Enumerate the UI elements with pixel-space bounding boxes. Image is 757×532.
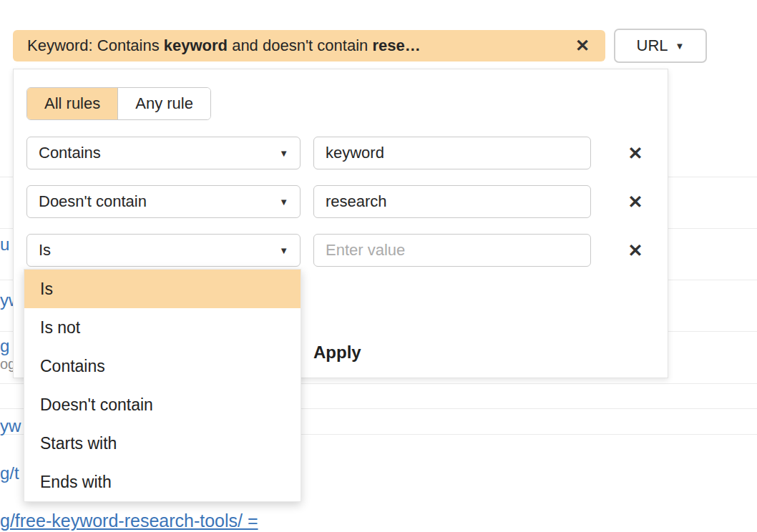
apply-button[interactable]: Apply [313,343,361,363]
rule-value-input[interactable] [313,185,591,218]
chip-text-bold: keyword [164,36,228,54]
menu-option-is-not[interactable]: Is not [24,308,301,347]
operator-select-value: Contains [39,144,101,162]
menu-option-ends-with[interactable]: Ends with [24,463,301,501]
rule-row: Is ▼ ✕ [14,234,668,267]
filter-chip-text: Keyword: Contains keyword and doesn't co… [27,36,421,55]
close-icon[interactable]: ✕ [575,30,590,61]
url-button-label: URL [637,36,668,55]
background-link-fragment: u [0,235,9,255]
chip-text-bold: rese… [372,36,420,54]
menu-option-doesnt-contain[interactable]: Doesn't contain [24,385,301,424]
operator-dropdown-menu: Is Is not Contains Doesn't contain Start… [24,269,301,502]
chevron-down-icon: ▼ [279,197,288,207]
remove-rule-icon[interactable]: ✕ [619,234,652,267]
chevron-down-icon: ▼ [675,41,685,51]
operator-select[interactable]: Contains ▼ [26,137,301,169]
operator-select-open[interactable]: Is ▼ [26,234,301,267]
rule-row: Doesn't contain ▼ ✕ [14,185,668,218]
background-result-link[interactable]: g/free-keyword-research-tools/ = [0,511,258,531]
chevron-down-icon: ▼ [279,246,288,255]
background-link-fragment: g/t [0,463,19,483]
remove-rule-icon[interactable]: ✕ [619,185,652,218]
chip-text-part: Keyword: Contains [27,36,164,54]
rule-value-input[interactable] [313,137,591,169]
all-rules-button[interactable]: All rules [27,88,117,119]
operator-select-value: Doesn't contain [39,192,147,211]
menu-option-starts-with[interactable]: Starts with [24,424,301,463]
menu-option-is[interactable]: Is [24,270,301,308]
rule-value-input[interactable] [313,234,591,267]
chevron-down-icon: ▼ [279,149,288,158]
background-link-fragment: yw [0,416,21,436]
url-dropdown-button[interactable]: URL ▼ [614,29,707,63]
rule-row: Contains ▼ ✕ [14,137,668,169]
operator-select-value: Is [39,241,51,260]
keyword-filter-chip[interactable]: Keyword: Contains keyword and doesn't co… [13,30,605,61]
operator-select[interactable]: Doesn't contain ▼ [26,185,301,218]
remove-rule-icon[interactable]: ✕ [619,137,652,169]
screen: u yw g og/ yw g/t g/free-keyword-researc… [0,0,757,532]
rule-mode-toggle: All rules Any rule [26,87,211,120]
any-rule-button[interactable]: Any rule [117,88,210,119]
chip-text-part: and doesn't contain [228,36,372,54]
background-link-fragment: g [0,336,9,356]
menu-option-contains[interactable]: Contains [24,347,301,385]
